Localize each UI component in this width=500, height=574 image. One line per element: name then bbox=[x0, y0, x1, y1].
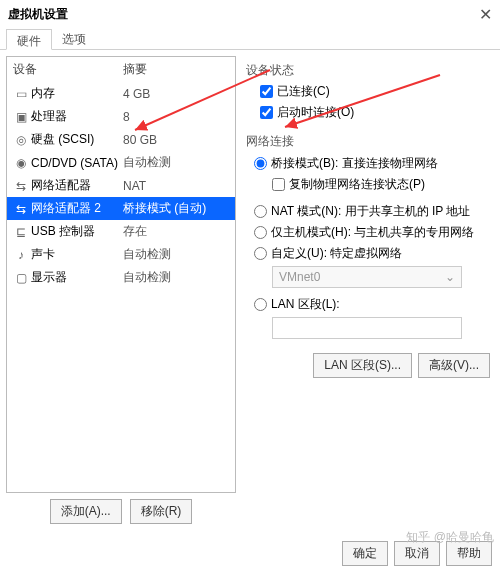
device-row-usb[interactable]: ⊑USB 控制器存在 bbox=[7, 220, 235, 243]
close-icon[interactable]: ✕ bbox=[479, 5, 492, 24]
left-panel: 设备 摘要 ▭内存4 GB ▣处理器8 ◎硬盘 (SCSI)80 GB ◉CD/… bbox=[6, 56, 236, 524]
chk-connected-box[interactable] bbox=[260, 85, 273, 98]
window-title: 虚拟机设置 bbox=[8, 6, 68, 23]
chk-replicate-box[interactable] bbox=[272, 178, 285, 191]
lan-segment-select[interactable] bbox=[272, 317, 462, 339]
disk-icon: ◎ bbox=[13, 133, 29, 147]
cpu-icon: ▣ bbox=[13, 110, 29, 124]
rad-lan[interactable]: LAN 区段(L): bbox=[254, 296, 490, 312]
hdr-device: 设备 bbox=[13, 61, 123, 78]
device-row-cpu[interactable]: ▣处理器8 bbox=[7, 105, 235, 128]
advanced-button[interactable]: 高级(V)... bbox=[418, 353, 490, 378]
rad-lan-input[interactable] bbox=[254, 298, 267, 311]
device-buttons: 添加(A)... 移除(R) bbox=[6, 499, 236, 524]
rad-hostonly-input[interactable] bbox=[254, 226, 267, 239]
rad-custom[interactable]: 自定义(U): 特定虚拟网络 bbox=[254, 245, 490, 261]
rad-bridged-input[interactable] bbox=[254, 157, 267, 170]
right-panel: 设备状态 已连接(C) 启动时连接(O) 网络连接 桥接模式(B): 直接连接物… bbox=[242, 56, 494, 524]
status-title: 设备状态 bbox=[246, 62, 490, 79]
rad-custom-input[interactable] bbox=[254, 247, 267, 260]
remove-device-button[interactable]: 移除(R) bbox=[130, 499, 193, 524]
lan-segments-button[interactable]: LAN 区段(S)... bbox=[313, 353, 412, 378]
content: 设备 摘要 ▭内存4 GB ▣处理器8 ◎硬盘 (SCSI)80 GB ◉CD/… bbox=[0, 50, 500, 530]
net-icon: ⇆ bbox=[13, 179, 29, 193]
chk-connected[interactable]: 已连接(C) bbox=[260, 83, 490, 100]
device-row-sound[interactable]: ♪声卡自动检测 bbox=[7, 243, 235, 266]
add-device-button[interactable]: 添加(A)... bbox=[50, 499, 122, 524]
usb-icon: ⊑ bbox=[13, 225, 29, 239]
device-row-net1[interactable]: ⇆网络适配器NAT bbox=[7, 174, 235, 197]
right-buttons: LAN 区段(S)... 高级(V)... bbox=[246, 353, 490, 378]
rad-hostonly[interactable]: 仅主机模式(H): 与主机共享的专用网络 bbox=[254, 224, 490, 240]
device-row-display[interactable]: ▢显示器自动检测 bbox=[7, 266, 235, 289]
tab-options[interactable]: 选项 bbox=[52, 28, 96, 49]
chk-connect-poweron-box[interactable] bbox=[260, 106, 273, 119]
sound-icon: ♪ bbox=[13, 248, 29, 262]
chevron-down-icon: ⌄ bbox=[445, 270, 455, 284]
device-list: 设备 摘要 ▭内存4 GB ▣处理器8 ◎硬盘 (SCSI)80 GB ◉CD/… bbox=[6, 56, 236, 493]
rad-bridged[interactable]: 桥接模式(B): 直接连接物理网络 bbox=[254, 155, 490, 171]
tab-bar: 硬件 选项 bbox=[0, 28, 500, 50]
chk-connect-poweron[interactable]: 启动时连接(O) bbox=[260, 104, 490, 121]
chk-replicate[interactable]: 复制物理网络连接状态(P) bbox=[272, 176, 490, 193]
hdr-summary: 摘要 bbox=[123, 61, 147, 78]
device-row-net2[interactable]: ⇆网络适配器 2桥接模式 (自动) bbox=[7, 197, 235, 220]
vmnet-select[interactable]: VMnet0⌄ bbox=[272, 266, 462, 288]
tab-hardware[interactable]: 硬件 bbox=[6, 29, 52, 50]
rad-nat[interactable]: NAT 模式(N): 用于共享主机的 IP 地址 bbox=[254, 203, 490, 219]
net-icon: ⇆ bbox=[13, 202, 29, 216]
cd-icon: ◉ bbox=[13, 156, 29, 170]
rad-nat-input[interactable] bbox=[254, 205, 267, 218]
ok-button[interactable]: 确定 bbox=[342, 541, 388, 566]
memory-icon: ▭ bbox=[13, 87, 29, 101]
device-header: 设备 摘要 bbox=[7, 57, 235, 82]
device-row-memory[interactable]: ▭内存4 GB bbox=[7, 82, 235, 105]
device-row-cddvd[interactable]: ◉CD/DVD (SATA)自动检测 bbox=[7, 151, 235, 174]
display-icon: ▢ bbox=[13, 271, 29, 285]
watermark: 知乎 @哈曼哈龟 bbox=[406, 529, 494, 546]
net-title: 网络连接 bbox=[246, 133, 490, 150]
device-row-disk[interactable]: ◎硬盘 (SCSI)80 GB bbox=[7, 128, 235, 151]
titlebar: 虚拟机设置 ✕ bbox=[0, 0, 500, 28]
